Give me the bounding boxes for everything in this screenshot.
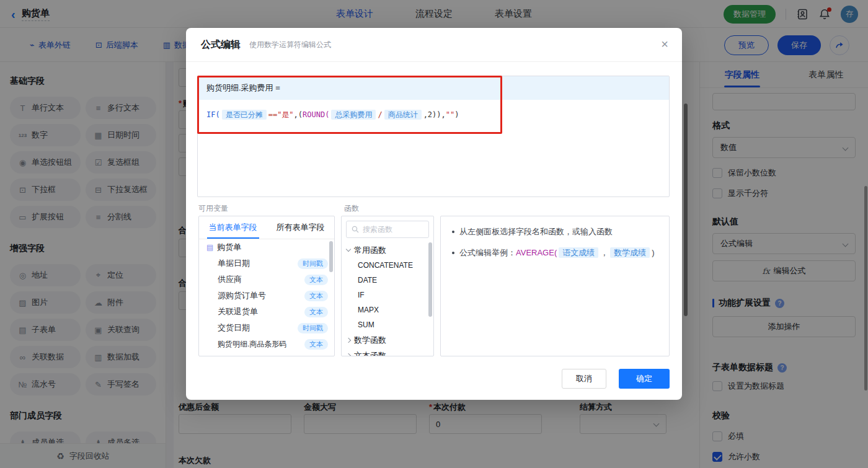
chevron-right-icon (346, 353, 351, 356)
type-badge: 文本 (304, 307, 328, 317)
example-field-chip: 数学成绩 (610, 247, 650, 258)
type-badge: 时间戳 (298, 323, 328, 333)
function-item-mapx[interactable]: MAPX (342, 302, 433, 317)
field-chip[interactable]: 总采购费用 (331, 110, 376, 120)
formula-target: 购货明细.采购费用 = (198, 76, 669, 100)
chevron-right-icon (346, 337, 351, 342)
variable-row[interactable]: 单据日期时间戳 (199, 255, 334, 272)
search-icon (352, 226, 359, 233)
function-item-sum[interactable]: SUM (342, 317, 433, 332)
function-search-box[interactable] (346, 221, 429, 238)
variable-row[interactable]: 购货明细.商品条形码文本 (199, 336, 334, 352)
operator: == (268, 110, 277, 119)
function-group-math[interactable]: 数学函数 (342, 332, 433, 348)
close-icon[interactable]: × (661, 38, 668, 50)
type-badge: 时间戳 (298, 258, 328, 269)
punctuation: ) (454, 110, 459, 119)
variable-row[interactable]: 供应商文本 (199, 272, 334, 288)
punctuation: ,2)), (423, 110, 446, 119)
example-function: AVERAGE( (516, 248, 557, 257)
functions-zone-label: 函数 (344, 203, 359, 214)
form-icon: ▤ (206, 243, 213, 252)
example-field-chip: 语文成绩 (559, 247, 598, 258)
formula-editor[interactable]: 购货明细.采购费用 = IF(是否已分摊=="是",(ROUND(总采购费用/商… (197, 76, 670, 197)
tab-current-form-fields[interactable]: 当前表单字段 (199, 216, 267, 239)
bullet-icon (452, 252, 454, 254)
function-keyword: IF( (206, 110, 220, 119)
type-badge: 文本 (304, 339, 328, 350)
function-search-input[interactable] (363, 225, 418, 234)
function-keyword: ROUND( (303, 110, 329, 119)
modal-header: 公式编辑 使用数学运算符编辑公式 × (186, 28, 682, 62)
variable-row[interactable]: 关联退货单文本 (199, 304, 334, 320)
operator: / (378, 110, 382, 119)
variables-zone-label: 可用变量 (198, 203, 228, 214)
formula-editor-modal: 公式编辑 使用数学运算符编辑公式 × 购货明细.采购费用 = IF(是否已分摊=… (186, 28, 682, 400)
function-group-common[interactable]: 常用函数 (342, 242, 433, 258)
tip-example-line: 公式编辑举例：AVERAGE(语文成绩，数学成绩) (452, 247, 658, 258)
function-item-concatenate[interactable]: CONCATENATE (342, 258, 433, 273)
type-badge: 文本 (304, 291, 328, 301)
field-chip[interactable]: 商品统计 (384, 110, 422, 120)
punctuation: ,( (294, 110, 303, 119)
functions-panel: 常用函数 CONCATENATE DATE IF MAPX SUM 数学函数 文… (341, 216, 434, 356)
chevron-down-icon (346, 247, 351, 252)
modal-title: 公式编辑 (201, 38, 241, 51)
tab-all-form-fields[interactable]: 所有表单字段 (267, 216, 334, 239)
confirm-button[interactable]: 确定 (619, 369, 670, 389)
function-group-text[interactable]: 文本函数 (342, 348, 433, 356)
app-root: ‹ 购货单 表单设计 流程设定 表单设置 数据管理 存 (0, 0, 868, 468)
functions-scrollbar[interactable] (428, 242, 432, 317)
variable-row[interactable]: 源购货订单号文本 (199, 288, 334, 304)
bullet-icon (452, 231, 454, 233)
variables-scrollbar[interactable] (329, 241, 333, 272)
function-item-date[interactable]: DATE (342, 273, 433, 288)
cancel-button[interactable]: 取消 (562, 369, 606, 389)
tips-panel: 从左侧面板选择字段名和函数，或输入函数 公式编辑举例：AVERAGE(语文成绩，… (440, 216, 670, 356)
field-chip[interactable]: 是否已分摊 (222, 110, 267, 120)
formula-code[interactable]: IF(是否已分摊=="是",(ROUND(总采购费用/商品统计,2)),"") (198, 100, 669, 130)
type-badge: 文本 (304, 275, 328, 285)
variables-panel: 当前表单字段 所有表单字段 ▤购货单 单据日期时间戳 供应商文本 源购货订单号文… (198, 216, 335, 356)
tip-line: 从左侧面板选择字段名和函数，或输入函数 (452, 226, 658, 237)
function-item-if[interactable]: IF (342, 288, 433, 302)
variables-tree-root[interactable]: ▤购货单 (199, 239, 334, 255)
string-literal: "是" (277, 110, 293, 119)
string-literal: "" (446, 110, 454, 119)
variable-row[interactable]: 交货日期时间戳 (199, 320, 334, 336)
modal-subtitle: 使用数学运算符编辑公式 (249, 40, 331, 50)
